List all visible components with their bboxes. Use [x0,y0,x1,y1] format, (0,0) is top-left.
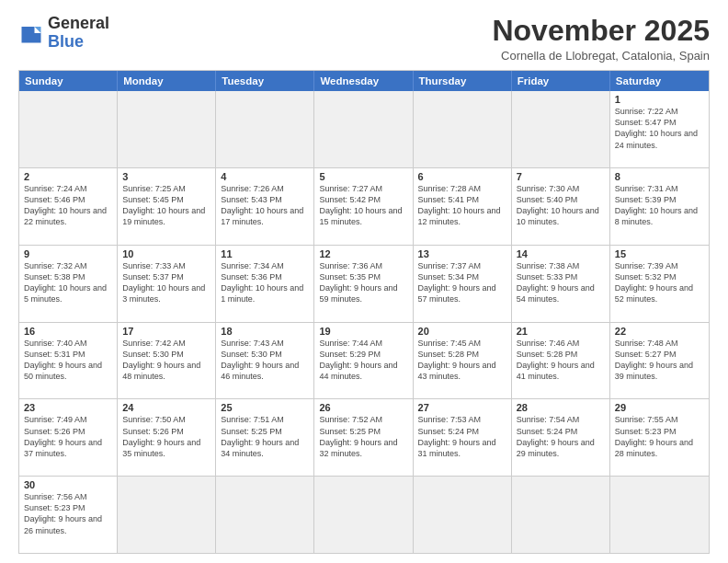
calendar-cell [19,91,118,167]
day-number: 8 [615,171,704,182]
calendar-cell: 12Sunrise: 7:36 AMSunset: 5:35 PMDayligh… [314,246,413,322]
week-row-2: 9Sunrise: 7:32 AMSunset: 5:38 PMDaylight… [19,245,709,322]
cell-info: Sunrise: 7:45 AMSunset: 5:28 PMDaylight:… [418,338,506,383]
day-number: 3 [122,171,210,182]
calendar-cell [414,91,512,167]
calendar-cell: 30Sunrise: 7:56 AMSunset: 5:23 PMDayligh… [19,477,118,553]
calendar-cell: 7Sunrise: 7:30 AMSunset: 5:40 PMDaylight… [512,168,610,245]
cell-info: Sunrise: 7:32 AMSunset: 5:38 PMDaylight:… [24,260,112,305]
cell-info: Sunrise: 7:54 AMSunset: 5:24 PMDaylight:… [517,414,605,459]
cell-info: Sunrise: 7:52 AMSunset: 5:25 PMDaylight:… [319,414,407,459]
cell-info: Sunrise: 7:53 AMSunset: 5:24 PMDaylight:… [418,414,506,459]
calendar-cell [512,91,610,167]
day-number: 27 [418,402,506,413]
cell-info: Sunrise: 7:22 AMSunset: 5:47 PMDaylight:… [615,106,704,151]
calendar-cell [314,91,413,167]
calendar-cell: 16Sunrise: 7:40 AMSunset: 5:31 PMDayligh… [19,323,118,399]
calendar-cell: 21Sunrise: 7:46 AMSunset: 5:28 PMDayligh… [512,323,610,399]
calendar-cell [414,477,512,553]
day-number: 19 [319,326,407,337]
cell-info: Sunrise: 7:50 AMSunset: 5:26 PMDaylight:… [122,414,210,459]
cell-info: Sunrise: 7:51 AMSunset: 5:25 PMDaylight:… [221,414,309,459]
cell-info: Sunrise: 7:31 AMSunset: 5:39 PMDaylight:… [615,183,704,228]
page: General Blue November 2025 Cornella de L… [0,0,728,563]
calendar-cell: 27Sunrise: 7:53 AMSunset: 5:24 PMDayligh… [414,399,512,476]
day-number: 30 [24,479,112,490]
header-tuesday: Tuesday [216,71,314,91]
calendar-cell: 10Sunrise: 7:33 AMSunset: 5:37 PMDayligh… [118,246,216,322]
cell-info: Sunrise: 7:36 AMSunset: 5:35 PMDaylight:… [319,260,407,305]
svg-marker-1 [35,27,41,33]
header-sunday: Sunday [19,71,118,91]
cell-info: Sunrise: 7:49 AMSunset: 5:26 PMDaylight:… [24,414,112,459]
day-number: 26 [319,402,407,413]
calendar-cell: 4Sunrise: 7:26 AMSunset: 5:43 PMDaylight… [216,168,314,245]
cell-info: Sunrise: 7:55 AMSunset: 5:23 PMDaylight:… [615,414,704,459]
calendar-cell [512,477,610,553]
calendar-cell: 25Sunrise: 7:51 AMSunset: 5:25 PMDayligh… [216,399,314,476]
title-block: November 2025 Cornella de Llobregat, Cat… [492,15,710,63]
cell-info: Sunrise: 7:39 AMSunset: 5:32 PMDaylight:… [615,260,704,305]
calendar-cell [610,477,709,553]
calendar-cell: 5Sunrise: 7:27 AMSunset: 5:42 PMDaylight… [314,168,413,245]
day-number: 25 [221,402,309,413]
calendar-cell: 20Sunrise: 7:45 AMSunset: 5:28 PMDayligh… [414,323,512,399]
day-number: 20 [418,326,506,337]
week-row-4: 23Sunrise: 7:49 AMSunset: 5:26 PMDayligh… [19,398,709,476]
calendar-cell: 6Sunrise: 7:28 AMSunset: 5:41 PMDaylight… [414,168,512,245]
calendar-cell: 28Sunrise: 7:54 AMSunset: 5:24 PMDayligh… [512,399,610,476]
day-number: 4 [221,171,309,182]
calendar-cell: 13Sunrise: 7:37 AMSunset: 5:34 PMDayligh… [414,246,512,322]
calendar-cell [314,477,413,553]
day-number: 18 [221,326,309,337]
day-number: 24 [122,402,210,413]
day-number: 29 [615,402,704,413]
header: General Blue November 2025 Cornella de L… [18,15,710,63]
day-number: 28 [517,402,605,413]
cell-info: Sunrise: 7:27 AMSunset: 5:42 PMDaylight:… [319,183,407,228]
cell-info: Sunrise: 7:33 AMSunset: 5:37 PMDaylight:… [122,260,210,305]
calendar-cell: 29Sunrise: 7:55 AMSunset: 5:23 PMDayligh… [610,399,709,476]
month-title: November 2025 [492,15,710,47]
cell-info: Sunrise: 7:30 AMSunset: 5:40 PMDaylight:… [517,183,605,228]
day-number: 14 [517,248,605,259]
week-row-3: 16Sunrise: 7:40 AMSunset: 5:31 PMDayligh… [19,322,709,399]
day-number: 9 [24,248,112,259]
cell-info: Sunrise: 7:46 AMSunset: 5:28 PMDaylight:… [517,338,605,383]
calendar-cell: 2Sunrise: 7:24 AMSunset: 5:46 PMDaylight… [19,168,118,245]
day-number: 1 [615,94,704,105]
cell-info: Sunrise: 7:40 AMSunset: 5:31 PMDaylight:… [24,338,112,383]
day-number: 11 [221,248,309,259]
calendar-cell: 9Sunrise: 7:32 AMSunset: 5:38 PMDaylight… [19,246,118,322]
day-number: 17 [122,326,210,337]
cell-info: Sunrise: 7:42 AMSunset: 5:30 PMDaylight:… [122,338,210,383]
calendar-cell: 17Sunrise: 7:42 AMSunset: 5:30 PMDayligh… [118,323,216,399]
day-number: 21 [517,326,605,337]
calendar-cell: 24Sunrise: 7:50 AMSunset: 5:26 PMDayligh… [118,399,216,476]
calendar-cell: 8Sunrise: 7:31 AMSunset: 5:39 PMDaylight… [610,168,709,245]
calendar-cell [216,477,314,553]
header-monday: Monday [118,71,216,91]
header-wednesday: Wednesday [314,71,413,91]
logo-text: General Blue [48,15,109,52]
day-number: 2 [24,171,112,182]
calendar: Sunday Monday Tuesday Wednesday Thursday… [18,70,710,554]
calendar-cell [118,477,216,553]
cell-info: Sunrise: 7:56 AMSunset: 5:23 PMDaylight:… [24,491,112,536]
day-number: 16 [24,326,112,337]
calendar-cell: 18Sunrise: 7:43 AMSunset: 5:30 PMDayligh… [216,323,314,399]
calendar-cell: 14Sunrise: 7:38 AMSunset: 5:33 PMDayligh… [512,246,610,322]
cell-info: Sunrise: 7:24 AMSunset: 5:46 PMDaylight:… [24,183,112,228]
location: Cornella de Llobregat, Catalonia, Spain [492,49,710,63]
calendar-cell [216,91,314,167]
day-number: 5 [319,171,407,182]
week-row-5: 30Sunrise: 7:56 AMSunset: 5:23 PMDayligh… [19,476,709,553]
calendar-cell: 26Sunrise: 7:52 AMSunset: 5:25 PMDayligh… [314,399,413,476]
cell-info: Sunrise: 7:26 AMSunset: 5:43 PMDaylight:… [221,183,309,228]
cell-info: Sunrise: 7:48 AMSunset: 5:27 PMDaylight:… [615,338,704,383]
calendar-cell: 19Sunrise: 7:44 AMSunset: 5:29 PMDayligh… [314,323,413,399]
week-row-1: 2Sunrise: 7:24 AMSunset: 5:46 PMDaylight… [19,167,709,245]
calendar-cell: 11Sunrise: 7:34 AMSunset: 5:36 PMDayligh… [216,246,314,322]
header-thursday: Thursday [414,71,512,91]
day-number: 6 [418,171,506,182]
